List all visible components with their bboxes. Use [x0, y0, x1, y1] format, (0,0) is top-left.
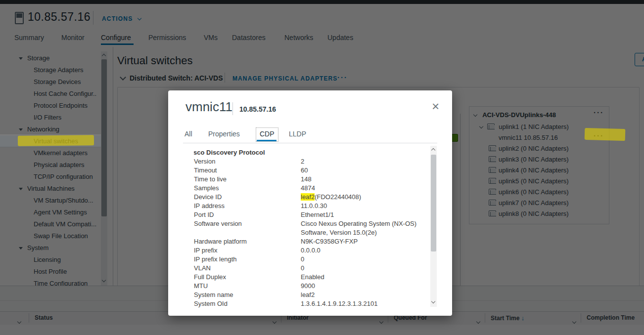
vmnic11-label: vmnic11 10.85.57.16 [499, 134, 558, 141]
page-title: 10.85.57.16 [28, 10, 91, 24]
sidebar-group-virtual-machines[interactable]: Virtual Machines [0, 183, 101, 195]
uplink4-row[interactable]: uplink4 (0 NIC Adapters) [489, 165, 569, 176]
uplink1-row[interactable]: uplink1 (1 NIC Adapters) [480, 122, 569, 132]
cdp-row-clipped: System OId1.3.6.1.4.1.9.12.3.1.3.2101 [194, 299, 421, 308]
tab-monitor[interactable]: Monitor [61, 34, 85, 42]
sidebar-item-vmkernel-adapters[interactable]: VMkernel adapters [0, 147, 101, 159]
cdp-row: Software versionCisco Nexus Operating Sy… [194, 219, 421, 228]
uplinks-group-row[interactable]: ACI-VDS-DVUplinks-448 [474, 110, 556, 121]
header-divider [93, 11, 93, 25]
vmnic11-row[interactable]: vmnic11 10.85.57.16 [499, 132, 558, 143]
tab-vms[interactable]: VMs [204, 34, 218, 42]
sidebar-item-physical-adapters[interactable]: Physical adapters [0, 159, 101, 171]
virtual-switches-highlight-annotation [18, 135, 94, 146]
column-header-status[interactable]: Status [35, 314, 53, 321]
column-divider [29, 313, 29, 323]
sidebar-item-protocol-endpoints[interactable]: Protocol Endpoints [0, 100, 101, 112]
uplink-label: uplink5 (0 NIC Adapters) [499, 177, 569, 185]
uplink-port-icon [489, 200, 496, 206]
cdp-section-title: Cisco Discovery Protocol [194, 148, 421, 157]
sidebar-item-licensing[interactable]: Licensing [0, 254, 101, 266]
uplink8-row[interactable]: uplink8 (0 NIC Adapters) [489, 209, 569, 219]
sidebar-item-tcpip-configuration[interactable]: TCP/IP configuration [0, 171, 101, 183]
close-icon[interactable]: × [432, 101, 439, 111]
tab-updates[interactable]: Updates [327, 34, 353, 42]
dialog-title-divider [232, 102, 233, 115]
uplink-port-icon [489, 178, 496, 184]
sort-descending-icon[interactable]: ↓ [521, 314, 525, 322]
sidebar-item-vm-startup-shutdown[interactable]: VM Startup/Shutdo... [0, 195, 101, 207]
sidebar-item-storage-devices[interactable]: Storage Devices [0, 76, 101, 88]
sidebar-group-storage[interactable]: Storage [0, 52, 101, 64]
tasks-table-body [0, 325, 644, 335]
uplink6-row[interactable]: uplink6 (0 NIC Adapters) [489, 187, 569, 198]
tab-summary[interactable]: Summary [14, 34, 44, 42]
dialog-tab-lldp[interactable]: LLDP [289, 130, 306, 138]
tasks-col0-dropdown-icon[interactable] [18, 316, 21, 325]
section-more-actions-button[interactable]: ··· [337, 73, 348, 82]
tab-networks[interactable]: Networks [284, 34, 313, 42]
uplink5-row[interactable]: uplink5 (0 NIC Adapters) [489, 176, 569, 187]
initiator-dropdown-icon[interactable] [380, 316, 383, 325]
sidebar-group-system[interactable]: System [0, 242, 101, 254]
manage-physical-adapters-link[interactable]: MANAGE PHYSICAL ADAPTERS [232, 75, 337, 82]
sidebar-item-agent-vm-settings[interactable]: Agent VM Settings [0, 207, 101, 218]
column-header-start-time[interactable]: Start Time ↓ [491, 314, 524, 322]
cdp-row: Version2 [194, 157, 421, 166]
sidebar-item-swap-file-location[interactable]: Swap File Location [0, 230, 101, 242]
cdp-row: Time to live148 [194, 175, 421, 184]
dialog-scrollbar-thumb[interactable] [431, 155, 436, 251]
uplink2-row[interactable]: uplink2 (0 NIC Adapters) [489, 143, 569, 154]
column-divider [485, 313, 485, 323]
uplink-label: uplink7 (0 NIC Adapters) [499, 199, 569, 207]
host-icon [15, 12, 24, 24]
leaf2-highlight-annotation: leaf2 [301, 193, 315, 201]
chevron-down-icon [473, 113, 477, 117]
sidebar-group-networking[interactable]: Networking [0, 124, 101, 135]
tab-permissions[interactable]: Permissions [148, 34, 186, 42]
cdp-row-wrap: Software, Version 15.0(2e) [194, 228, 421, 237]
cdp-row: IP address11.0.0.30 [194, 202, 421, 210]
cdp-row-device-id: Device IDleaf2(FDO22440408) [194, 193, 421, 202]
start-time-label: Start Time [491, 315, 519, 322]
dialog-tab-properties[interactable]: Properties [208, 130, 240, 138]
sidebar-item-io-filters[interactable]: I/O Filters [0, 112, 101, 124]
collapse-triangle-icon [19, 57, 23, 60]
uplink-label: uplink8 (0 NIC Adapters) [499, 210, 569, 217]
cdp-row: Hardware platformN9K-C9358GY-FXP [194, 237, 421, 246]
topology-connector-line [460, 114, 460, 304]
sidebar-item-host-profile[interactable]: Host Profile [0, 266, 101, 278]
sidebar-scrollbar-thumb[interactable] [101, 59, 107, 216]
uplink-port-icon [489, 156, 496, 162]
uplink7-row[interactable]: uplink7 (0 NIC Adapters) [489, 198, 569, 209]
actions-menu-button[interactable]: ACTIONS [102, 15, 141, 22]
uplinks-more-actions-button[interactable]: ··· [594, 108, 604, 117]
tab-configure[interactable]: Configure [101, 34, 131, 42]
dialog-tabs-divider [183, 143, 437, 143]
add-networking-button[interactable]: ADD NETWORKING [635, 53, 644, 66]
sidebar-item-default-vm-compatibility[interactable]: Default VM Compati... [0, 218, 101, 230]
uplink3-row[interactable]: uplink3 (0 NIC Adapters) [489, 154, 569, 165]
queued-for-dropdown-icon[interactable] [477, 316, 480, 325]
column-header-completion-time[interactable]: Completion Time [587, 314, 635, 321]
distributed-switch-label: Distributed Switch: ACI-VDS [130, 74, 223, 82]
tab-datastores[interactable]: Datastores [232, 34, 266, 42]
cdp-row: Full DuplexEnabled [194, 273, 421, 282]
dialog-subtitle: 10.85.57.16 [239, 105, 276, 113]
dialog-tab-all[interactable]: All [184, 130, 192, 138]
uplink-label: uplink3 (0 NIC Adapters) [499, 156, 569, 163]
sidebar-item-host-cache[interactable]: Host Cache Configur.. [0, 88, 101, 100]
dialog-active-tab-underline [257, 140, 276, 141]
cdp-row: System nameleaf2 [194, 291, 421, 299]
column-divider [581, 313, 581, 323]
sidebar-item-storage-adapters[interactable]: Storage Adapters [0, 64, 101, 76]
uplink-port-icon [489, 145, 496, 151]
collapse-triangle-icon [19, 188, 23, 190]
section-collapse-icon[interactable] [120, 74, 126, 81]
start-time-dropdown-icon[interactable] [573, 316, 576, 325]
sidebar-divider [113, 47, 113, 286]
actions-label: ACTIONS [102, 15, 133, 22]
section-divider [225, 73, 225, 83]
status-dropdown-icon[interactable] [273, 316, 276, 325]
cdp-row: Port IDEthernet1/1 [194, 210, 421, 219]
